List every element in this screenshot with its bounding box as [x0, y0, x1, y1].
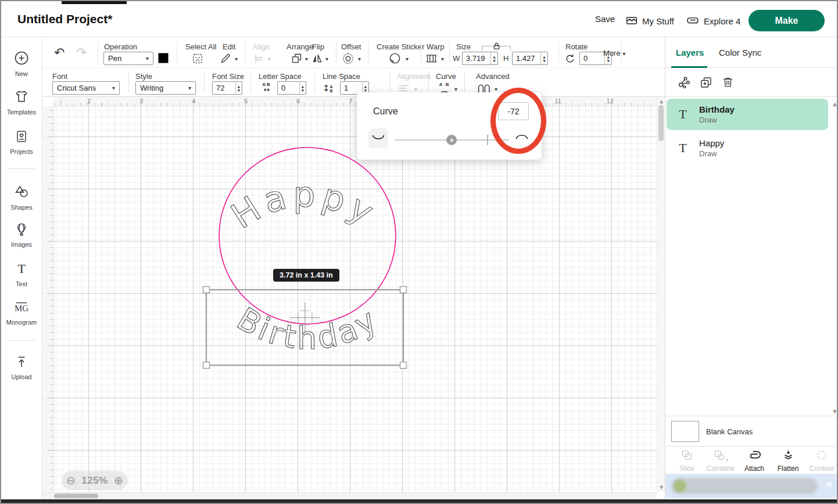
canvas-horizontal-scrollbar[interactable]: [42, 492, 657, 499]
sidebar-item-monogram[interactable]: MG Monogram: [1, 300, 42, 326]
curve-slider-handle[interactable]: [446, 135, 457, 145]
monogram-mg-icon: MG: [13, 307, 30, 316]
advanced-caret-icon[interactable]: ▾: [495, 86, 497, 92]
sidebar-item-images[interactable]: Images: [1, 222, 42, 248]
layer-row-happy[interactable]: T Happy Draw: [667, 132, 828, 164]
warp-icon[interactable]: [425, 53, 438, 67]
panel-scroll-down-icon[interactable]: ▼: [833, 409, 837, 415]
operation-select[interactable]: Pen▾: [103, 52, 153, 65]
rotate-icon[interactable]: [564, 53, 576, 67]
height-stepper[interactable]: ▲▼: [540, 52, 547, 64]
offset-icon[interactable]: [342, 52, 354, 67]
save-button[interactable]: Save: [595, 14, 615, 24]
alignment-label: Alignment: [397, 72, 431, 81]
letter-space-stepper[interactable]: ▲▼: [299, 82, 306, 94]
font-size-stepper[interactable]: ▲▼: [235, 82, 242, 94]
create-sticker-label: Create Sticker: [377, 42, 424, 51]
horizontal-scroll-thumb[interactable]: [54, 494, 98, 498]
undo-icon[interactable]: ↶: [54, 45, 65, 60]
sidebar-item-projects[interactable]: Projects: [1, 129, 42, 155]
duplicate-icon[interactable]: [699, 75, 713, 92]
sidebar-item-new[interactable]: New: [1, 50, 42, 77]
toolbar-divider: [428, 71, 429, 92]
make-button[interactable]: Make: [749, 10, 825, 31]
select-all-label: Select All: [185, 42, 216, 51]
letter-space-label: Letter Space: [259, 72, 302, 81]
font-select[interactable]: Cricut Sans▾: [52, 81, 120, 95]
machine-select-button[interactable]: Explore 4: [686, 14, 740, 28]
combine-button: ▾ Combine: [704, 449, 737, 473]
curve-value-input[interactable]: [498, 102, 529, 120]
project-title[interactable]: Untitled Project*: [17, 12, 112, 26]
window-artifact: [62, 1, 127, 4]
warp-caret-icon[interactable]: ▾: [441, 56, 444, 62]
size-tooltip: 3.72 in x 1.43 in: [273, 269, 339, 282]
curve-slider[interactable]: [395, 139, 509, 141]
flip-icon[interactable]: [311, 52, 323, 67]
edit-caret-icon[interactable]: ▾: [235, 56, 238, 62]
flatten-button[interactable]: Flatten: [771, 449, 805, 473]
redo-icon[interactable]: ↷: [76, 45, 87, 60]
group-icon[interactable]: [677, 75, 691, 92]
more-button[interactable]: More ▾: [603, 49, 625, 57]
panel-scroll-up-icon[interactable]: ▲: [833, 101, 837, 107]
scroll-up-icon[interactable]: ▲: [658, 99, 664, 104]
toolbar-divider: [250, 71, 251, 92]
style-select[interactable]: Writing▾: [135, 81, 196, 95]
attach-button[interactable]: Attach: [737, 449, 771, 473]
sidebar-item-upload[interactable]: Upload: [1, 354, 42, 380]
sidebar-item-text[interactable]: T Text: [1, 261, 42, 287]
size-lock-icon[interactable]: [490, 42, 503, 53]
flip-caret-icon[interactable]: ▾: [325, 56, 328, 62]
create-sticker-caret-icon[interactable]: ▾: [406, 56, 409, 62]
cutting-machine-icon: [686, 14, 700, 28]
vertical-ruler: 2 3 4 5 6 7 8: [42, 106, 53, 492]
sidebar-item-shapes[interactable]: Shapes: [1, 183, 42, 211]
selection-handle-se[interactable]: [400, 362, 407, 369]
offset-caret-icon[interactable]: ▾: [358, 56, 361, 62]
ruler-number: 6: [42, 344, 44, 347]
selection-handle-sw[interactable]: [203, 362, 210, 369]
tab-color-sync[interactable]: Color Sync: [719, 48, 761, 57]
vertical-scroll-thumb[interactable]: [658, 105, 664, 141]
letter-space-input[interactable]: ▲▼: [277, 81, 306, 95]
blurred-notification-text: [671, 478, 818, 494]
notification-banner: ×: [665, 474, 838, 498]
birthday-text-object[interactable]: Birthday: [231, 300, 385, 357]
close-icon[interactable]: ×: [826, 479, 832, 491]
arrange-icon[interactable]: [291, 52, 303, 67]
operation-label: Operation: [104, 42, 137, 51]
new-plus-circle-icon: [13, 58, 30, 68]
selection-handle-nw[interactable]: [203, 287, 210, 293]
canvas-area[interactable]: 2 3 4 5 6 7 8 9 10 11 12 2 3 4 5 6 7 8: [42, 97, 665, 499]
pen-color-swatch[interactable]: [157, 52, 170, 64]
curve-down-smile-icon[interactable]: [368, 128, 388, 148]
height-input[interactable]: ▲▼: [512, 52, 548, 65]
width-input[interactable]: ▲▼: [462, 52, 498, 65]
select-all-icon[interactable]: [191, 52, 204, 67]
text-t-icon: T: [14, 268, 29, 278]
layer-actions-bar: Slice ▾ Combine Attach Flatten Contour: [665, 446, 838, 474]
zoom-in-icon[interactable]: ⊕: [114, 475, 123, 486]
arrange-caret-icon[interactable]: ▾: [305, 56, 308, 62]
canvas-color-swatch[interactable]: [671, 421, 699, 442]
selection-handle-ne[interactable]: [400, 287, 407, 293]
canvas-vertical-scrollbar[interactable]: ▲ ▼: [657, 97, 665, 492]
curve-up-frown-icon[interactable]: [515, 132, 529, 142]
curve-caret-icon[interactable]: ▾: [454, 86, 457, 92]
scroll-down-icon[interactable]: ▼: [658, 485, 664, 490]
my-stuff-button[interactable]: My Stuff: [625, 14, 674, 28]
ruler-number: 7: [349, 98, 352, 105]
layer-row-birthday[interactable]: T Birthday Draw: [667, 99, 828, 130]
tab-layers[interactable]: Layers: [676, 48, 704, 57]
edit-label: Edit: [223, 42, 235, 51]
edit-pencil-icon[interactable]: [220, 52, 232, 67]
sidebar-item-templates[interactable]: Templates: [1, 88, 42, 116]
happy-text-object[interactable]: Happy: [224, 174, 385, 237]
font-size-input[interactable]: ▲▼: [212, 81, 242, 95]
width-stepper[interactable]: ▲▼: [490, 52, 497, 64]
zoom-out-icon[interactable]: ⊖: [66, 475, 76, 486]
create-sticker-icon[interactable]: [388, 52, 402, 67]
trash-icon[interactable]: [721, 75, 735, 91]
triangle-circle-icon: [13, 192, 30, 201]
